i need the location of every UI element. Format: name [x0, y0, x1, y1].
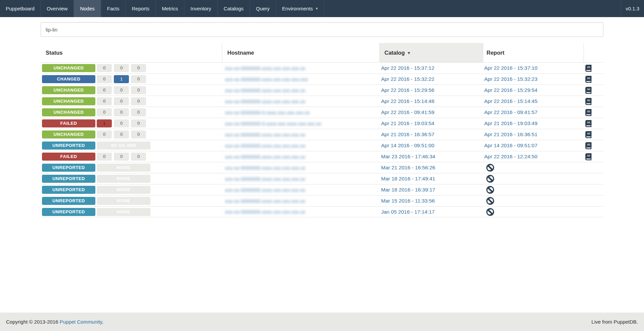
- nav-item-catalogs[interactable]: Catalogs ▾: [218, 0, 250, 17]
- version-label: v0.1.3: [620, 0, 644, 17]
- nav-item-query[interactable]: Query ▾: [250, 0, 276, 17]
- hostname-link-blurred[interactable]: xxx-xx-0000000.xxxx.xxx.xxx.xxx.xx: [225, 198, 305, 204]
- report-timestamp-link[interactable]: Apr 21 2016 - 16:36:51: [484, 131, 538, 137]
- catalog-timestamp-link[interactable]: Mar 23 2016 - 17:46:34: [381, 154, 435, 160]
- report-book-icon[interactable]: [585, 87, 592, 94]
- report-timestamp-link[interactable]: Apr 22 2016 - 15:37:10: [484, 65, 538, 71]
- status-cell: UNCHANGED 000: [41, 129, 222, 140]
- report-timestamp-link[interactable]: Apr 14 2016 - 09:51:07: [484, 143, 538, 149]
- column-header-actions[interactable]: [584, 43, 603, 62]
- column-header-hostname[interactable]: Hostname: [222, 43, 380, 62]
- puppet-community-link[interactable]: Puppet Community: [60, 319, 102, 325]
- hostname-cell: xxx-xx-0000000-0.xxxx.xxx.xxxx.xxx.xxx.x…: [222, 118, 380, 129]
- hostname-link-blurred[interactable]: xxx-xx-0000000-0.xxxx.xxx.xxx.xxx.xx: [225, 110, 310, 115]
- nodes-table: Status Hostname Catalog ▾ Report UNCHANG…: [41, 43, 603, 217]
- status-badge[interactable]: FAILED: [42, 153, 95, 161]
- status-badge[interactable]: UNREPORTED: [42, 186, 95, 194]
- table-row: UNCHANGED 000 xxx-xx-0000000.xxxx.xxx.xx…: [41, 85, 603, 96]
- status-badge[interactable]: UNCHANGED: [42, 64, 95, 72]
- hostname-cell: xxx-xx-0000000.xxxx.xxx.xxx.xxx.xx: [222, 162, 380, 173]
- table-row: CHANGED 010 xxx-xx-0000000.xxxx.xxx.xxx.…: [41, 73, 603, 85]
- hostname-link-blurred[interactable]: xxx-xx-0000000.xxxx.xxx.xxx.xxx.xxx: [225, 76, 308, 82]
- count-boxes: NONE: [97, 164, 150, 172]
- catalog-cell: Apr 22 2016 - 09:41:59: [380, 107, 483, 118]
- node-filter-input[interactable]: [41, 22, 603, 37]
- status-badge[interactable]: UNREPORTED: [42, 175, 95, 183]
- report-book-icon[interactable]: [585, 142, 592, 149]
- table-row: FAILED 000 xxx-xx-0000000.xxxx.xxx.xxx.x…: [41, 151, 603, 162]
- report-book-icon[interactable]: [585, 153, 592, 160]
- hostname-link-blurred[interactable]: xxx-xx-0000000.xxxx.xxx.xxx.xxx.xx: [225, 176, 305, 182]
- hostname-link-blurred[interactable]: xxx-xx-0000000.xxxx.xxx.xxx.xxx.xx: [225, 132, 305, 137]
- status-badge[interactable]: UNCHANGED: [42, 86, 95, 94]
- nav-item-overview[interactable]: Overview ▾: [41, 0, 74, 17]
- status-badge[interactable]: UNREPORTED: [42, 208, 95, 216]
- hostname-cell: xxx-xx-0000000.xxxx.xxx.xxx.xxx.xx: [222, 207, 380, 217]
- status-cell: UNREPORTED NONE: [41, 184, 222, 195]
- catalog-timestamp-link[interactable]: Mar 18 2016 - 17:49:41: [381, 176, 435, 182]
- catalog-timestamp-link[interactable]: Apr 14 2016 - 09:51:00: [381, 143, 434, 149]
- catalog-timestamp-link[interactable]: Mar 15 2016 - 11:33:56: [381, 198, 435, 204]
- report-timestamp-link[interactable]: Apr 22 2016 - 09:41:57: [484, 109, 538, 115]
- status-badge[interactable]: FAILED: [42, 119, 95, 127]
- report-book-icon[interactable]: [585, 98, 592, 105]
- table-row: UNCHANGED 000 xxx-xx-0000000.xxxx.xxx.xx…: [41, 62, 603, 73]
- status-badge[interactable]: UNCHANGED: [42, 97, 95, 105]
- report-book-icon[interactable]: [585, 131, 592, 138]
- count-boxes: NONE: [97, 208, 150, 216]
- report-book-icon[interactable]: [585, 76, 592, 83]
- nav-item-reports[interactable]: Reports ▾: [126, 0, 156, 17]
- status-badge[interactable]: UNCHANGED: [42, 130, 95, 139]
- column-header-catalog[interactable]: Catalog ▾: [380, 43, 483, 62]
- no-report-ban-icon: [486, 208, 494, 216]
- count-box: 0: [131, 130, 146, 139]
- brand-puppetboard[interactable]: Puppetboard: [0, 0, 41, 17]
- catalog-timestamp-link[interactable]: Apr 21 2016 - 19:03:54: [381, 120, 434, 126]
- report-timestamp-link[interactable]: Apr 21 2016 - 19:03:49: [484, 120, 538, 126]
- hostname-link-blurred[interactable]: xxx-xx-0000000.xxxx.xxx.xxx.xxx.xx: [225, 165, 305, 171]
- hostname-link-blurred[interactable]: xxx-xx-0000000.xxxx.xxx.xxx.xxx.xx: [225, 143, 305, 149]
- nav-item-environments[interactable]: Environments ▾: [276, 0, 324, 17]
- status-badge[interactable]: UNREPORTED: [42, 197, 95, 205]
- hostname-link-blurred[interactable]: xxx-xx-0000000.xxxx.xxx.xxx.xxx.xx: [225, 154, 305, 160]
- column-header-report[interactable]: Report: [483, 43, 584, 62]
- hostname-link-blurred[interactable]: xxx-xx-0000000.xxxx.xxx.xxx.xxx.xx: [225, 187, 305, 193]
- hostname-link-blurred[interactable]: xxx-xx-0000000.xxxx.xxx.xxx.xxx.xx: [225, 65, 305, 71]
- hostname-link-blurred[interactable]: xxx-xx-0000000.xxxx.xxx.xxx.xxx.xx: [225, 88, 305, 93]
- catalog-cell: Apr 21 2016 - 16:36:57: [380, 129, 483, 140]
- nav-item-facts[interactable]: Facts ▾: [101, 0, 126, 17]
- report-book-icon[interactable]: [585, 65, 592, 72]
- status-badge[interactable]: UNCHANGED: [42, 108, 95, 116]
- report-book-icon[interactable]: [585, 120, 592, 127]
- catalog-timestamp-link[interactable]: Mar 21 2016 - 16:56:26: [381, 165, 435, 171]
- nav-item-nodes[interactable]: Nodes ▾: [74, 0, 101, 17]
- catalog-cell: Apr 21 2016 - 19:03:54: [380, 118, 483, 129]
- nav-item-metrics[interactable]: Metrics ▾: [156, 0, 184, 17]
- catalog-timestamp-link[interactable]: Jan 05 2016 - 17:14:17: [381, 209, 434, 215]
- catalog-timestamp-link[interactable]: Apr 22 2016 - 09:41:59: [381, 109, 434, 115]
- catalog-timestamp-link[interactable]: Apr 22 2016 - 15:29:56: [381, 87, 434, 93]
- status-badge[interactable]: UNREPORTED: [42, 142, 95, 150]
- report-cell: [483, 184, 584, 195]
- catalog-timestamp-link[interactable]: Apr 22 2016 - 15:32:22: [381, 76, 434, 82]
- catalog-timestamp-link[interactable]: Apr 22 2016 - 15:14:48: [381, 98, 434, 104]
- column-header-status[interactable]: Status: [41, 43, 222, 62]
- report-timestamp-link[interactable]: Apr 22 2016 - 12:24:50: [484, 154, 538, 160]
- catalog-timestamp-link[interactable]: Apr 22 2016 - 15:37:12: [381, 65, 434, 71]
- report-timestamp-link[interactable]: Apr 22 2016 - 15:32:23: [484, 76, 538, 82]
- report-book-icon[interactable]: [585, 109, 592, 116]
- catalog-timestamp-link[interactable]: Mar 18 2016 - 16:39:17: [381, 187, 435, 193]
- report-timestamp-link[interactable]: Apr 22 2016 - 15:14:45: [484, 98, 538, 104]
- nav-item-inventory[interactable]: Inventory ▾: [184, 0, 218, 17]
- catalog-timestamp-link[interactable]: Apr 21 2016 - 16:36:57: [381, 131, 434, 137]
- hostname-link-blurred[interactable]: xxx-xx-0000000.xxxx.xxx.xxx.xxx.xx: [225, 209, 305, 215]
- status-badge[interactable]: UNREPORTED: [42, 164, 95, 172]
- hostname-cell: xxx-xx-0000000.xxxx.xxx.xxx.xxx.xx: [222, 63, 380, 73]
- report-timestamp-link[interactable]: Apr 22 2016 - 15:29:54: [484, 87, 538, 93]
- hostname-link-blurred[interactable]: xxx-xx-0000000-0.xxxx.xxx.xxxx.xxx.xxx.x…: [225, 121, 321, 126]
- main-container: Status Hostname Catalog ▾ Report UNCHANG…: [41, 22, 603, 217]
- status-badge[interactable]: CHANGED: [42, 75, 95, 83]
- hostname-link-blurred[interactable]: xxx-xx-0000000.xxxx.xxx.xxx.xxx.xx: [225, 99, 305, 104]
- hostname-cell: xxx-xx-0000000.xxxx.xxx.xxx.xxx.xxx: [222, 74, 380, 85]
- table-row: FAILED 100 xxx-xx-0000000-0.xxxx.xxx.xxx…: [41, 118, 603, 129]
